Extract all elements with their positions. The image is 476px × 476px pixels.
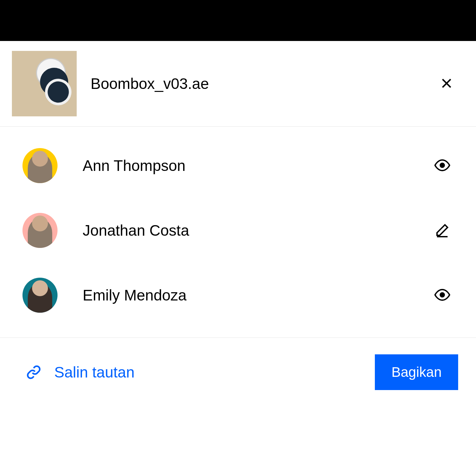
permission-view-button[interactable] — [432, 155, 453, 177]
eye-icon — [434, 157, 450, 173]
copy-link-label: Salin tautan — [54, 363, 135, 381]
share-dialog-footer: Salin tautan Bagikan — [0, 337, 476, 407]
user-row: Jonathan Costa — [0, 198, 476, 263]
svg-point-4 — [440, 293, 444, 297]
user-list: Ann Thompson Jonathan Costa Emily Mendoz… — [0, 127, 476, 334]
permission-edit-button[interactable] — [432, 219, 453, 242]
avatar — [22, 148, 58, 183]
file-thumbnail — [12, 51, 77, 116]
eye-icon — [434, 287, 450, 303]
svg-point-2 — [440, 163, 444, 167]
file-name: Boombox_v03.ae — [91, 75, 436, 93]
user-name: Emily Mendoza — [83, 286, 432, 304]
link-icon — [26, 365, 41, 379]
avatar — [22, 278, 58, 313]
user-name: Jonathan Costa — [83, 221, 432, 239]
avatar — [22, 213, 58, 248]
share-button[interactable]: Bagikan — [375, 354, 458, 390]
user-row: Ann Thompson — [0, 133, 476, 198]
share-dialog-header: Boombox_v03.ae — [0, 41, 476, 127]
close-button[interactable] — [436, 72, 457, 95]
user-name: Ann Thompson — [83, 157, 432, 175]
close-icon — [440, 76, 454, 90]
copy-link-button[interactable]: Salin tautan — [26, 363, 135, 381]
top-bar — [0, 0, 476, 41]
permission-view-button[interactable] — [432, 284, 453, 306]
user-row: Emily Mendoza — [0, 263, 476, 328]
pencil-icon — [434, 222, 450, 238]
